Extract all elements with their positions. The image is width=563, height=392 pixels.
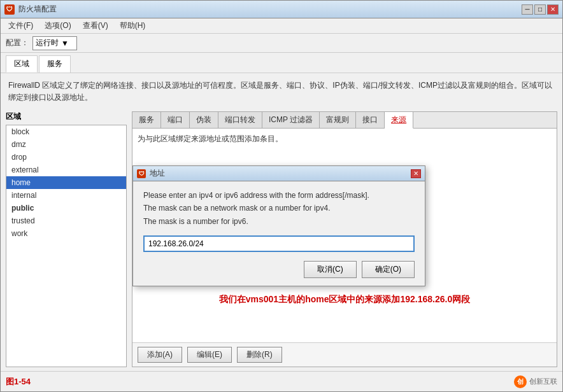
tab-port[interactable]: 端口 <box>161 112 190 128</box>
tab-icmp[interactable]: ICMP 过滤器 <box>262 112 320 128</box>
right-bottom-buttons: 添加(A) 编辑(E) 删除(R) <box>132 342 557 367</box>
zone-panel: 区域 block dmz drop external home internal… <box>6 111 127 367</box>
config-bar: 配置： 运行时 ▼ <box>1 34 562 53</box>
maximize-button[interactable]: □ <box>534 4 546 15</box>
modal-overlay: 🛡 地址 ✕ Please enter an ipv4 or ipv6 addr… <box>132 129 557 342</box>
cancel-button[interactable]: 取消(C) <box>304 261 357 278</box>
menu-bar: 文件(F) 选项(O) 查看(V) 帮助(H) <box>1 18 562 34</box>
close-button[interactable]: ✕ <box>547 4 559 15</box>
zone-item-dmz[interactable]: dmz <box>6 138 126 151</box>
modal-buttons: 取消(C) 确定(O) <box>143 261 415 278</box>
tab-service[interactable]: 服务 <box>39 55 71 73</box>
tab-zone[interactable]: 区域 <box>6 55 38 73</box>
menu-view[interactable]: 查看(V) <box>78 19 113 32</box>
add-button[interactable]: 添加(A) <box>138 347 182 363</box>
tab-interface[interactable]: 接口 <box>356 112 385 128</box>
modal-close-button[interactable]: ✕ <box>411 169 421 178</box>
zone-item-internal[interactable]: internal <box>6 189 126 202</box>
bottom-area: 区域 block dmz drop external home internal… <box>6 111 557 367</box>
main-content: FirewallD 区域定义了绑定的网络连接、接口以及源地址的可信程度。区域是服… <box>1 73 562 371</box>
modal-desc-line3: The mask is a number for ipv6. <box>143 217 248 226</box>
modal-desc-line1: Please enter an ipv4 or ipv6 address wit… <box>143 191 369 200</box>
logo-icon: 创 <box>514 375 527 388</box>
right-panel: 服务 端口 伪装 端口转发 ICMP 过滤器 富规则 接口 来源 为与此区域绑定… <box>132 111 557 367</box>
ok-button[interactable]: 确定(O) <box>362 261 415 278</box>
config-select-value: 运行时 <box>36 38 59 48</box>
main-window: 🛡 防火墙配置 ─ □ ✕ 文件(F) 选项(O) 查看(V) 帮助(H) 配置… <box>0 0 563 392</box>
zone-item-block[interactable]: block <box>6 125 126 138</box>
zone-item-trusted[interactable]: trusted <box>6 214 126 227</box>
config-label: 配置： <box>6 38 29 48</box>
tab-source[interactable]: 来源 <box>385 112 413 129</box>
tab-services[interactable]: 服务 <box>132 112 161 128</box>
menu-options[interactable]: 选项(O) <box>39 19 76 32</box>
zone-list: block dmz drop external home internal pu… <box>6 125 127 367</box>
zone-item-public[interactable]: public <box>6 202 126 214</box>
modal-desc-line2: The mask can be a network mask or a numb… <box>143 204 330 213</box>
window-icon: 🛡 <box>4 4 15 15</box>
modal-icon: 🛡 <box>137 169 146 178</box>
edit-button[interactable]: 编辑(E) <box>187 347 232 363</box>
logo-text: 创新互联 <box>529 377 557 386</box>
footer-bar: 图1-54 创 创新互联 <box>1 371 562 391</box>
tab-masquerade[interactable]: 伪装 <box>190 112 218 128</box>
tab-rich-rules[interactable]: 富规则 <box>320 112 356 128</box>
zone-item-work[interactable]: work <box>6 227 126 240</box>
window-controls: ─ □ ✕ <box>522 4 559 15</box>
zone-item-home[interactable]: home <box>6 176 126 189</box>
window-title: 防火墙配置 <box>18 4 522 15</box>
modal-title: 地址 <box>150 168 411 179</box>
zone-item-drop[interactable]: drop <box>6 151 126 164</box>
config-select[interactable]: 运行时 ▼ <box>32 36 77 50</box>
source-description: 为与此区域绑定来源地址或范围添加条目。 <box>138 134 552 144</box>
figure-label: 图1-54 <box>6 376 31 388</box>
zone-item-external[interactable]: external <box>6 164 126 176</box>
modal-description: Please enter an ipv4 or ipv6 address wit… <box>143 189 415 228</box>
title-bar: 🛡 防火墙配置 ─ □ ✕ <box>1 1 562 18</box>
zone-title: 区域 <box>6 111 127 122</box>
logo-box: 创 创新互联 <box>514 375 557 388</box>
outer-tab-bar: 区域 服务 <box>1 53 562 73</box>
tab-port-forward[interactable]: 端口转发 <box>218 112 262 128</box>
delete-button[interactable]: 删除(R) <box>237 347 282 363</box>
address-dialog: 🛡 地址 ✕ Please enter an ipv4 or ipv6 addr… <box>132 165 425 286</box>
description-text: FirewallD 区域定义了绑定的网络连接、接口以及源地址的可信程度。区域是服… <box>6 77 557 106</box>
caption-text: 我们在vms001主机的home区域中的来源添加192.168.26.0网段 <box>132 294 557 305</box>
modal-body: Please enter an ipv4 or ipv6 address wit… <box>133 181 425 286</box>
menu-help[interactable]: 帮助(H) <box>115 19 151 32</box>
menu-file[interactable]: 文件(F) <box>3 19 38 32</box>
minimize-button[interactable]: ─ <box>522 4 533 15</box>
chevron-down-icon: ▼ <box>61 39 69 48</box>
address-input[interactable] <box>143 235 415 252</box>
footer-logo: 创 创新互联 <box>514 375 557 388</box>
modal-title-bar: 🛡 地址 ✕ <box>133 166 425 181</box>
inner-tab-bar: 服务 端口 伪装 端口转发 ICMP 过滤器 富规则 接口 来源 <box>132 112 557 129</box>
right-content: 为与此区域绑定来源地址或范围添加条目。 🛡 地址 ✕ <box>132 129 557 342</box>
